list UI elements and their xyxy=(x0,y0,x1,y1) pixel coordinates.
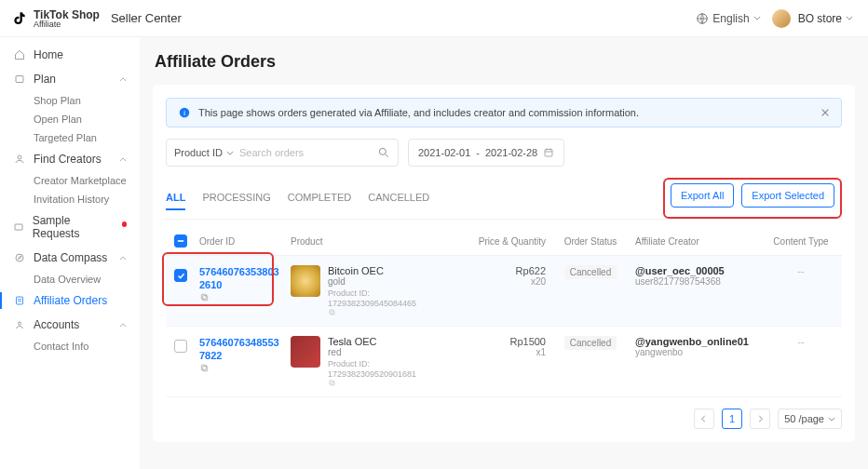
svg-rect-14 xyxy=(331,311,334,315)
export-all-button[interactable]: Export All xyxy=(671,183,734,208)
price: Rp622 xyxy=(462,265,546,276)
copy-icon[interactable] xyxy=(328,379,454,387)
price: Rp1500 xyxy=(462,336,546,347)
tab-all[interactable]: ALL xyxy=(166,186,185,210)
sidebar-item-accounts[interactable]: Accounts xyxy=(0,313,140,337)
orders-icon xyxy=(13,294,26,307)
sidebar-item-affiliate-orders[interactable]: Affiliate Orders xyxy=(0,288,140,313)
people-icon xyxy=(13,153,26,166)
info-banner: i This page shows orders generated via A… xyxy=(166,98,842,127)
svg-point-2 xyxy=(18,155,21,159)
sidebar-sub-creator-marketplace[interactable]: Creator Marketplace xyxy=(0,171,140,190)
creator-handle: @yangwenbo_online01 xyxy=(635,336,756,347)
svg-point-6 xyxy=(19,322,21,325)
sidebar-item-label: Sample Requests xyxy=(33,214,113,240)
chevron-down-icon xyxy=(846,16,853,20)
search-icon[interactable] xyxy=(377,146,390,159)
quantity: x1 xyxy=(462,347,546,357)
calendar-icon xyxy=(543,147,554,158)
close-icon[interactable] xyxy=(821,108,830,117)
row-checkbox[interactable] xyxy=(174,269,187,282)
th-creator: Affiliate Creator xyxy=(635,236,756,247)
copy-icon[interactable] xyxy=(199,292,283,302)
sidebar-sub-data-overview[interactable]: Data Overview xyxy=(0,270,140,288)
info-icon: i xyxy=(178,106,191,119)
order-id-link[interactable]: 576460763485537822 xyxy=(199,337,279,361)
sidebar-item-sample-requests[interactable]: Sample Requests xyxy=(0,208,140,246)
orders-card: i This page shows orders generated via A… xyxy=(153,85,855,442)
tab-cancelled[interactable]: CANCELLED xyxy=(368,186,429,210)
pagination: 1 50 /page xyxy=(166,409,842,429)
sidebar-item-label: Home xyxy=(34,48,63,61)
sidebar-item-label: Find Creators xyxy=(34,153,102,166)
svg-rect-16 xyxy=(203,366,208,370)
chevron-down-icon xyxy=(226,151,234,155)
notification-dot-icon xyxy=(122,221,127,227)
sidebar-item-data-compass[interactable]: Data Compass xyxy=(0,246,140,270)
svg-rect-3 xyxy=(15,224,22,230)
creator-handle: @user_oec_00005 xyxy=(635,265,756,276)
copy-icon[interactable] xyxy=(328,308,454,316)
chevron-down-icon xyxy=(828,417,835,422)
product-name: Tesla OEC xyxy=(328,336,454,347)
date-separator: - xyxy=(476,147,480,158)
status-badge: Cancelled xyxy=(564,336,617,350)
home-icon xyxy=(13,48,26,61)
page-size-label: 50 /page xyxy=(784,413,824,424)
sidebar-sub-targeted-plan[interactable]: Targeted Plan xyxy=(0,128,140,147)
chevron-up-icon xyxy=(119,77,127,82)
product-id: Product ID: 1729382309545084465 xyxy=(328,288,416,308)
copy-icon[interactable] xyxy=(199,363,283,373)
store-name: BO store xyxy=(798,12,842,25)
table-header-row: Order ID Product Price & Quantity Order … xyxy=(166,227,842,256)
sidebar-item-find-creators[interactable]: Find Creators xyxy=(0,147,140,171)
date-end: 2021-02-28 xyxy=(485,147,537,158)
tab-processing[interactable]: PROCESSING xyxy=(202,186,270,210)
chevron-up-icon xyxy=(119,256,127,261)
svg-rect-18 xyxy=(331,382,334,385)
export-highlight-box: Export All Export Selected xyxy=(663,178,842,219)
filters-row: Product ID 2021-02-01 - 2021-02-28 xyxy=(166,139,842,167)
th-product: Product xyxy=(291,236,454,247)
svg-rect-11 xyxy=(178,240,183,242)
svg-rect-17 xyxy=(201,365,206,369)
creator-name: yangwenbo xyxy=(635,347,756,357)
order-id-link[interactable]: 576460763538032610 xyxy=(199,266,279,290)
search-type-label: Product ID xyxy=(174,147,223,158)
page-title: Affiliate Orders xyxy=(155,52,855,72)
date-range-picker[interactable]: 2021-02-01 - 2021-02-28 xyxy=(408,139,564,167)
tab-completed[interactable]: COMPLETED xyxy=(288,186,351,210)
svg-point-4 xyxy=(16,254,23,261)
page-size-select[interactable]: 50 /page xyxy=(778,409,842,429)
sidebar-sub-contact-info[interactable]: Contact Info xyxy=(0,337,140,355)
export-selected-button[interactable]: Export Selected xyxy=(741,183,834,208)
quantity: x20 xyxy=(462,276,546,287)
search-type-select[interactable]: Product ID xyxy=(174,147,234,158)
store-avatar-icon xyxy=(772,9,791,28)
th-order-id: Order ID xyxy=(199,236,283,247)
info-text: This page shows orders generated via Aff… xyxy=(198,107,639,118)
search-input[interactable] xyxy=(239,147,372,158)
sidebar-item-plan[interactable]: Plan xyxy=(0,67,140,91)
select-all-checkbox[interactable] xyxy=(174,234,187,248)
tiktok-icon xyxy=(11,10,28,27)
product-thumbnail xyxy=(291,336,320,368)
sidebar-sub-open-plan[interactable]: Open Plan xyxy=(0,110,140,128)
svg-rect-12 xyxy=(203,295,208,300)
search-box: Product ID xyxy=(166,139,399,167)
globe-icon xyxy=(696,12,709,25)
svg-rect-10 xyxy=(545,150,552,157)
row-checkbox[interactable] xyxy=(174,340,187,353)
svg-rect-19 xyxy=(330,381,333,384)
page-number[interactable]: 1 xyxy=(722,409,742,429)
next-page-button[interactable] xyxy=(750,409,770,429)
sidebar-sub-shop-plan[interactable]: Shop Plan xyxy=(0,91,140,110)
sidebar-item-home[interactable]: Home xyxy=(0,43,140,67)
box-icon xyxy=(13,221,25,234)
th-price: Price & Quantity xyxy=(462,236,546,247)
language-selector[interactable]: English xyxy=(696,12,760,25)
store-selector[interactable]: BO store xyxy=(772,9,853,28)
chevron-down-icon xyxy=(753,16,761,20)
sidebar-sub-invitation-history[interactable]: Invitation History xyxy=(0,190,140,208)
prev-page-button[interactable] xyxy=(694,409,714,429)
